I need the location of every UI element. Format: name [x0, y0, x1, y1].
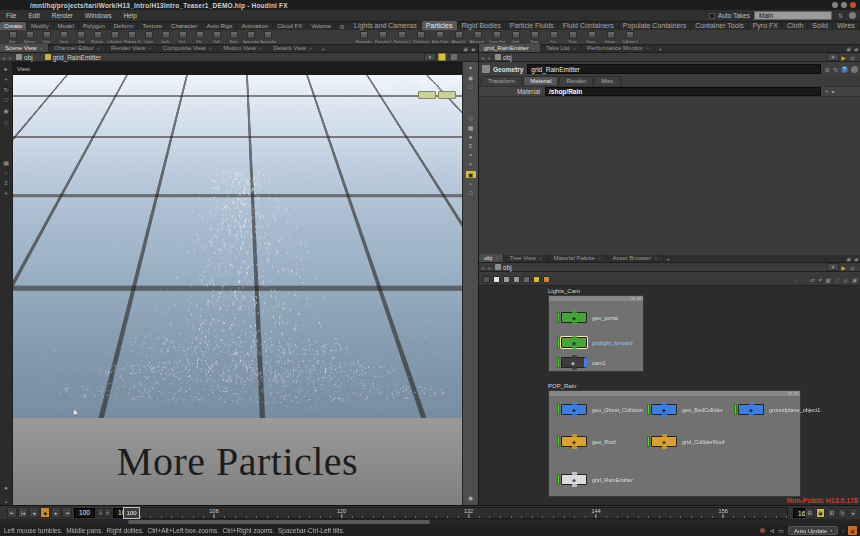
net-fullscreen-icon[interactable]: ▣ [852, 277, 857, 283]
shelf-tool[interactable]: Fireworks [354, 30, 373, 44]
audio-panel-icon[interactable]: ⊞ [827, 508, 836, 518]
shelf-tab[interactable]: Wires [833, 21, 860, 30]
network-box[interactable]: ◆ geo_portal ◉ gridlight_forward ◆ cam1 [548, 295, 644, 372]
forward-icon[interactable]: ▸ [486, 54, 493, 61]
network-box-header[interactable] [549, 391, 800, 396]
menu-item[interactable]: Render [46, 12, 79, 19]
pane-menu-icon[interactable]: ◉ [471, 46, 475, 52]
node-chooser-icon[interactable]: ⌖ [825, 88, 828, 95]
shelf-tool[interactable]: Attract fr [449, 30, 468, 44]
menu-item[interactable]: Windows [79, 12, 117, 19]
net-menu-icon[interactable]: ⋮ [793, 277, 799, 283]
new-tab-icon[interactable]: + [655, 46, 665, 52]
box-resize-icon[interactable] [794, 392, 798, 395]
play-reverse-button[interactable]: ◂ [29, 507, 39, 518]
pane-tab[interactable]: Scene View [0, 44, 49, 52]
back-icon[interactable]: ◂ [0, 54, 7, 61]
parameter-tab[interactable]: Transform [481, 76, 522, 85]
shelf-tool[interactable]: Force [582, 30, 601, 44]
current-frame-marker[interactable]: 100 [123, 507, 140, 519]
pane-maximize-icon[interactable]: ▣ [846, 46, 851, 52]
pane-tab[interactable]: Take List [541, 44, 582, 52]
pane-tab[interactable]: grid_RainEmitter [479, 44, 541, 52]
pane-tab[interactable]: Composite View [158, 44, 219, 52]
snap-grid-icon[interactable]: ▦ [3, 159, 9, 166]
network-node[interactable]: ◆ groundplane_object1 [734, 404, 820, 415]
forward-icon[interactable]: ▸ [486, 264, 493, 271]
shelf-tool[interactable]: Particles fr [411, 30, 430, 44]
pane-tab[interactable]: Details View [268, 44, 318, 52]
jump-start-button[interactable]: ⇤ [7, 507, 17, 518]
message-log-icon[interactable]: ▭ [778, 527, 784, 534]
display-flag[interactable] [557, 357, 560, 368]
scrollbar-thumb[interactable] [128, 520, 430, 524]
box-resize-icon[interactable] [637, 297, 641, 300]
display-flag[interactable] [557, 337, 560, 348]
forward-icon[interactable]: ▸ [7, 54, 14, 61]
menu-item[interactable]: File [0, 12, 22, 19]
shelf-tab[interactable]: Animation [237, 22, 273, 30]
net-zoom-icon[interactable]: ◎ [843, 277, 848, 283]
pose-tool-icon[interactable]: ◉ [3, 107, 8, 114]
back-icon[interactable]: ◂ [479, 54, 486, 61]
shelf-tab[interactable]: Particles [422, 21, 458, 30]
recook-icon[interactable]: ↻ [833, 66, 838, 73]
shelf-tool[interactable]: Orbit [506, 30, 525, 44]
shelf-tool[interactable]: L-System [106, 30, 123, 44]
render-region-icon[interactable]: □ [466, 190, 476, 196]
range-lock-icon[interactable]: ▾ [104, 508, 111, 517]
shelf-tool[interactable]: Box [4, 30, 21, 44]
select-tool-icon[interactable]: ▸ [4, 65, 7, 72]
path-root[interactable]: obj [503, 54, 512, 61]
shelf-tool[interactable]: Curve [140, 30, 157, 44]
shelf-tool[interactable]: File [191, 30, 208, 44]
display-options-icon[interactable]: ⌖ [466, 161, 476, 168]
net-list-icon[interactable] [513, 276, 520, 283]
new-tab-icon[interactable]: + [664, 256, 674, 262]
close-button[interactable] [850, 2, 856, 8]
comment-icon[interactable] [851, 66, 858, 73]
box-minimize-icon[interactable] [788, 392, 792, 395]
path-node[interactable]: grid_RainEmitter [53, 54, 101, 61]
loop-icon[interactable]: ↻ [838, 508, 847, 518]
pane-menu-icon[interactable]: ◉ [854, 256, 858, 262]
snap-edge-icon[interactable]: ⌖ [4, 190, 7, 197]
shelf-tool[interactable]: Particles fr [392, 30, 411, 44]
pane-maximize-icon[interactable]: ▣ [846, 256, 851, 262]
net-grid-icon[interactable] [503, 276, 510, 283]
shelf-tab[interactable]: Model [54, 22, 79, 30]
net-layout-icon[interactable]: ▾ [818, 277, 821, 283]
pin-icon[interactable] [450, 53, 458, 61]
lighting-icon[interactable]: ● [466, 134, 476, 140]
pane-tab[interactable]: Performance Monitor [582, 44, 655, 52]
maximize-button[interactable] [841, 2, 847, 8]
shelf-tool[interactable]: Grid [72, 30, 89, 44]
shelf-tab[interactable]: Populate Containers [619, 21, 691, 30]
rotate-tool-icon[interactable]: ↻ [3, 86, 8, 93]
network-box[interactable]: ◆ geo_Ghost_Collision ◆ geo_BedCollider … [548, 390, 801, 497]
auto-update-selector[interactable]: Auto Update ▾ [788, 526, 838, 535]
parameter-tab[interactable]: Render [559, 76, 593, 85]
menu-item[interactable]: Edit [22, 12, 45, 19]
step-back-button[interactable]: |◂ [18, 507, 28, 518]
snap-prim-icon[interactable]: ≡ [4, 180, 8, 186]
shelf-tab[interactable]: Deform [110, 22, 139, 30]
shelf-tab[interactable]: Character [167, 22, 202, 30]
pane-tab[interactable]: Render View [106, 44, 158, 52]
network-box-title[interactable]: POP_Rain [548, 383, 576, 389]
back-icon[interactable]: ◂ [479, 264, 486, 271]
flipbook-icon[interactable]: ▫ [466, 181, 476, 187]
realtime-toggle-icon[interactable]: ⊞ [805, 508, 814, 518]
take-spinner-icon[interactable]: ⇅ [836, 12, 845, 19]
pane-tab[interactable]: obj [479, 254, 504, 262]
parameter-tab[interactable]: Misc [594, 76, 620, 85]
shelf-tool[interactable]: Point [563, 30, 582, 44]
view-menu[interactable]: View [17, 66, 30, 72]
menu-item[interactable]: Help [117, 12, 142, 19]
display-flag[interactable] [557, 312, 560, 323]
camera-icon[interactable]: ◉ [466, 74, 476, 81]
light-node-chip[interactable]: ◉ [561, 337, 587, 348]
network-canvas[interactable]: Lights_Cam ◆ geo_portal ◉ gridlight_forw… [479, 286, 860, 505]
range-toggle-icon[interactable]: ▴ [97, 508, 104, 517]
network-node[interactable]: ◆ geo_Roof [557, 436, 616, 447]
